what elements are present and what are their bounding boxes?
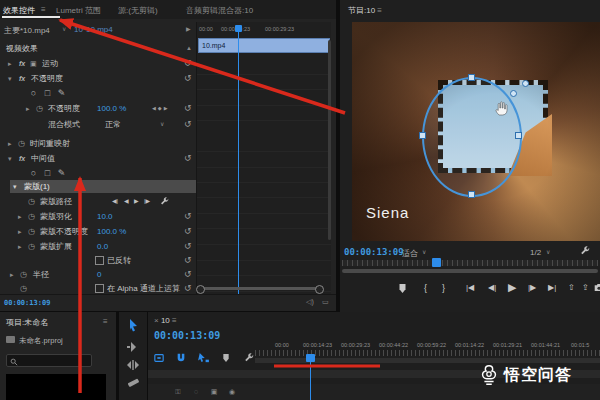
effect-row-mask-path[interactable]: ◷ 蒙版路径 ◀| ◀ ▶ |▶ (0, 194, 196, 209)
effect-row-inverted[interactable]: 已反转 ↺ (0, 253, 196, 268)
tab-lumetri-scopes[interactable]: Lumetri 范围 (56, 5, 101, 16)
twirl-icon[interactable]: ▾ (13, 180, 17, 193)
chevron-down-icon[interactable]: ∨ (422, 248, 426, 255)
timeline-timecode[interactable]: 00:00:13:09 (154, 330, 220, 341)
tab-effect-controls[interactable]: 效果控件 (3, 5, 35, 16)
program-scrubber[interactable] (342, 260, 598, 266)
panel-menu-icon[interactable]: ≡ (103, 317, 108, 326)
track-badge-icon[interactable]: ▣ (210, 388, 218, 396)
close-icon[interactable]: × (154, 316, 159, 325)
blend-mode-value[interactable]: 正常 (105, 117, 121, 132)
twirl-icon[interactable]: ▸ (18, 239, 22, 254)
reset-icon[interactable]: ↺ (184, 239, 192, 254)
mask-vertex-handle[interactable] (468, 74, 475, 81)
project-file-item[interactable]: 未命名.prproj (6, 336, 63, 346)
fx-badge-icon[interactable]: fx (19, 151, 25, 166)
twirl-icon[interactable]: ▸ (8, 56, 12, 71)
track-select-forward-tool[interactable] (125, 338, 141, 352)
panel-menu-icon[interactable]: ≡ (41, 5, 46, 14)
twirl-icon[interactable]: ▸ (10, 267, 14, 282)
mask-feather-value[interactable]: 10.0 (97, 209, 113, 224)
mask-ellipse-outline[interactable] (422, 77, 522, 197)
effect-row-radius[interactable]: ▸ ◷ 半径 0 ↺ (0, 267, 196, 282)
stopwatch-icon[interactable]: ◷ (28, 239, 35, 254)
reset-icon[interactable]: ↺ (184, 267, 192, 282)
panel-menu-icon[interactable]: ≡ (172, 316, 177, 325)
collapse-up-icon[interactable]: ▲ (186, 41, 192, 56)
twirl-icon[interactable]: ▾ (8, 71, 12, 86)
effect-playhead-head[interactable] (235, 25, 242, 32)
effect-row-blend-mode[interactable]: 混合模式 正常 ∨ ↺ (0, 117, 196, 132)
go-to-out-icon[interactable]: ▶| (548, 283, 556, 292)
effect-panel-scrollbar[interactable] (328, 40, 331, 240)
reset-icon[interactable]: ↺ (184, 151, 192, 166)
stopwatch-icon[interactable]: ◷ (28, 194, 35, 209)
collapse-right-icon[interactable]: ▶ (186, 25, 191, 32)
step-back-icon[interactable]: ◀| (488, 283, 496, 292)
effect-row-opacity-group[interactable]: ▾ fx 不透明度 ↺ (0, 71, 196, 86)
tab-source-monitor[interactable]: 源:(无剪辑) (118, 5, 158, 16)
inverted-checkbox[interactable] (95, 256, 104, 265)
mask-item-row[interactable]: ▾ 蒙版(1) (10, 180, 196, 193)
track-mask-back-icon[interactable]: ◀ (124, 194, 129, 209)
timeline-playhead-line[interactable] (310, 356, 311, 400)
ripple-edit-tool[interactable] (125, 356, 141, 370)
chevron-down-icon[interactable]: ∨ (546, 248, 550, 255)
track-mask-forward-one-icon[interactable]: |▶ (144, 194, 150, 209)
panel-options-icon[interactable]: ▭ (322, 298, 329, 306)
effect-row-mask-opacity[interactable]: ▸ ◷ 蒙版不透明度 100.0 % ↺ (0, 224, 196, 239)
add-marker-icon[interactable] (222, 353, 230, 363)
wrench-icon[interactable] (244, 353, 254, 363)
mask-expansion-handle[interactable] (522, 80, 529, 87)
rect-mask-icon[interactable]: □ (42, 88, 53, 99)
extract-icon[interactable]: ⇪ (582, 283, 589, 292)
track-mask-forward-icon[interactable]: ▶ (134, 194, 139, 209)
mask-expansion-value[interactable]: 0.0 (97, 239, 108, 254)
add-marker-icon[interactable] (398, 283, 407, 294)
play-audio-icon[interactable]: ◁) (306, 298, 314, 306)
twirl-icon[interactable]: ▸ (26, 101, 30, 116)
reset-icon[interactable]: ↺ (184, 56, 192, 71)
sync-lock-icon[interactable]: ◌ (192, 388, 200, 396)
pen-mask-icon[interactable]: ✎ (56, 168, 67, 179)
tab-project[interactable]: 项目:未命名 ≡ (6, 317, 53, 328)
panel-menu-icon[interactable]: ≡ (377, 6, 382, 15)
chevron-down-icon[interactable]: ∨ (160, 117, 164, 132)
mask-feather-handle[interactable] (510, 90, 517, 97)
project-thumbnail[interactable] (6, 374, 106, 400)
reset-icon[interactable]: ↺ (184, 71, 192, 86)
master-clip-label[interactable]: 主要*10.mp4 (4, 25, 50, 36)
effect-row-median[interactable]: ▾ fx 中间值 ↺ (0, 151, 196, 166)
program-zoom-scrollbar[interactable] (342, 269, 598, 273)
playback-resolution-select[interactable]: 1/2 (530, 248, 541, 257)
keyframe-nav-icons[interactable]: ◀◆▶ (152, 101, 170, 116)
nest-sequence-icon[interactable] (154, 353, 164, 363)
stopwatch-icon[interactable]: ◷ (28, 224, 35, 239)
mark-out-icon[interactable]: } (442, 283, 445, 293)
effect-panel-timecode[interactable]: 00:00:13:09 (4, 299, 50, 307)
effect-row-time-remap[interactable]: ▸ ◷ 时间重映射 (0, 136, 196, 151)
tab-audio-clip-mixer[interactable]: 音频剪辑混合器:10 (186, 5, 253, 16)
mask-vertex-handle[interactable] (515, 132, 522, 139)
effect-row-opacity-param[interactable]: ▸ ◷ 不透明度 100.0 % ◀◆▶ ↺ (0, 101, 196, 116)
play-icon[interactable]: ▶ (508, 281, 516, 294)
reset-icon[interactable]: ↺ (184, 117, 192, 132)
wrench-icon[interactable] (580, 246, 590, 256)
wrench-icon[interactable] (160, 197, 169, 206)
snap-magnet-icon[interactable] (176, 353, 186, 363)
rect-mask-icon[interactable]: □ (42, 168, 53, 179)
alpha-op-checkbox[interactable] (95, 284, 104, 293)
reset-icon[interactable]: ↺ (184, 101, 192, 116)
effect-row-mask-expansion[interactable]: ▸ ◷ 蒙版扩展 0.0 ↺ (0, 239, 196, 254)
zoom-level-select[interactable]: 适合 (402, 248, 418, 259)
effect-mini-ruler[interactable]: 00:00 00:00:14:23 00:00:29:23 (197, 22, 331, 36)
stopwatch-icon[interactable]: ◷ (36, 101, 43, 116)
tab-sequence[interactable]: × 10 ≡ (154, 316, 177, 325)
reset-icon[interactable]: ↺ (184, 224, 192, 239)
go-to-in-icon[interactable]: |◀ (466, 283, 474, 292)
track-target-icon[interactable]: ◉ (228, 388, 236, 396)
selection-tool[interactable] (125, 318, 141, 332)
opacity-value[interactable]: 100.0 % (97, 101, 126, 116)
mask-vertex-handle[interactable] (419, 132, 426, 139)
stopwatch-icon[interactable]: ◷ (28, 209, 35, 224)
